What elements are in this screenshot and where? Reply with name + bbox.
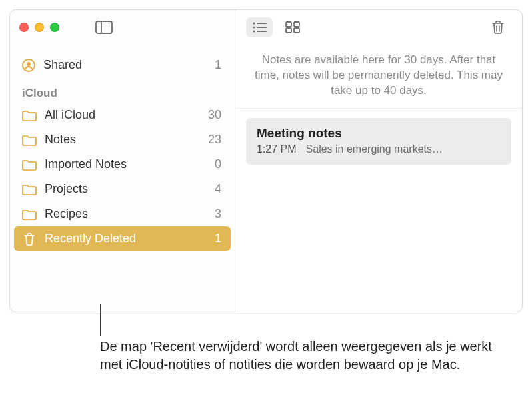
delete-button[interactable] <box>485 17 511 37</box>
sidebar-item-label: Imported Notes <box>45 157 127 171</box>
sidebar-item-count: 0 <box>215 157 221 171</box>
svg-rect-12 <box>286 28 291 33</box>
shared-icon <box>22 59 35 72</box>
sidebar-item-label: Notes <box>45 133 76 147</box>
note-preview: Sales in emerging markets… <box>306 143 443 155</box>
sidebar-item-all-icloud[interactable]: All iCloud 30 <box>10 103 235 127</box>
callout-leader-line <box>100 304 101 336</box>
sidebar-toggle-button[interactable] <box>91 18 117 37</box>
minimize-window-button[interactable] <box>35 23 44 32</box>
sidebar-item-recipes[interactable]: Recipes 3 <box>10 202 235 226</box>
sidebar: Shared 1 iCloud All iCloud 30 Notes 23 <box>10 10 235 312</box>
callout-text: De map 'Recent verwijderd' wordt alleen … <box>100 338 513 374</box>
gallery-view-button[interactable] <box>279 17 306 37</box>
info-banner: Notes are available here for 30 days. Af… <box>235 45 522 109</box>
list-icon <box>252 21 267 33</box>
folder-icon <box>22 183 37 195</box>
note-list-item[interactable]: Meeting notes 1:27 PM Sales in emerging … <box>246 118 511 165</box>
trash-icon <box>491 20 505 35</box>
note-meta: 1:27 PM Sales in emerging markets… <box>257 143 501 155</box>
sidebar-icon <box>95 21 113 34</box>
folder-icon <box>22 159 37 171</box>
folder-icon <box>22 134 37 146</box>
titlebar <box>10 10 235 45</box>
sidebar-item-count: 30 <box>208 108 221 122</box>
toolbar <box>235 10 522 45</box>
sidebar-item-count: 4 <box>215 182 221 196</box>
sidebar-item-label: All iCloud <box>45 108 95 122</box>
sidebar-item-count: 1 <box>215 58 221 72</box>
sidebar-item-label: Projects <box>45 182 88 196</box>
sidebar-body: Shared 1 iCloud All iCloud 30 Notes 23 <box>10 45 235 251</box>
sidebar-item-label: Recipes <box>45 207 88 221</box>
svg-point-3 <box>27 62 31 66</box>
sidebar-item-recently-deleted[interactable]: Recently Deleted 1 <box>14 226 231 251</box>
folder-icon <box>22 109 37 121</box>
svg-rect-10 <box>286 22 291 27</box>
sidebar-item-count: 1 <box>215 232 221 246</box>
main-pane: Notes are available here for 30 days. Af… <box>235 10 522 312</box>
grid-icon <box>285 21 300 33</box>
svg-rect-11 <box>294 22 299 27</box>
sidebar-item-projects[interactable]: Projects 4 <box>10 177 235 202</box>
list-view-button[interactable] <box>246 17 273 37</box>
sidebar-item-shared[interactable]: Shared 1 <box>10 53 235 77</box>
sidebar-item-imported-notes[interactable]: Imported Notes 0 <box>10 152 235 177</box>
sidebar-item-label: Shared <box>43 58 82 72</box>
folder-icon <box>22 208 37 220</box>
sidebar-item-notes[interactable]: Notes 23 <box>10 127 235 152</box>
sidebar-item-label: Recently Deleted <box>45 232 136 246</box>
svg-rect-0 <box>96 21 112 33</box>
sidebar-item-count: 23 <box>208 133 221 147</box>
svg-point-6 <box>253 30 255 32</box>
sidebar-item-count: 3 <box>215 207 221 221</box>
sidebar-section-header: iCloud <box>10 77 235 103</box>
close-window-button[interactable] <box>19 23 29 32</box>
window-controls <box>19 23 59 32</box>
note-time: 1:27 PM <box>257 143 297 155</box>
svg-rect-13 <box>294 28 299 33</box>
svg-point-4 <box>253 22 255 24</box>
svg-point-5 <box>253 26 255 28</box>
fullscreen-window-button[interactable] <box>50 23 59 32</box>
app-window: Shared 1 iCloud All iCloud 30 Notes 23 <box>9 9 523 312</box>
note-title: Meeting notes <box>257 126 501 141</box>
trash-icon <box>22 232 37 246</box>
